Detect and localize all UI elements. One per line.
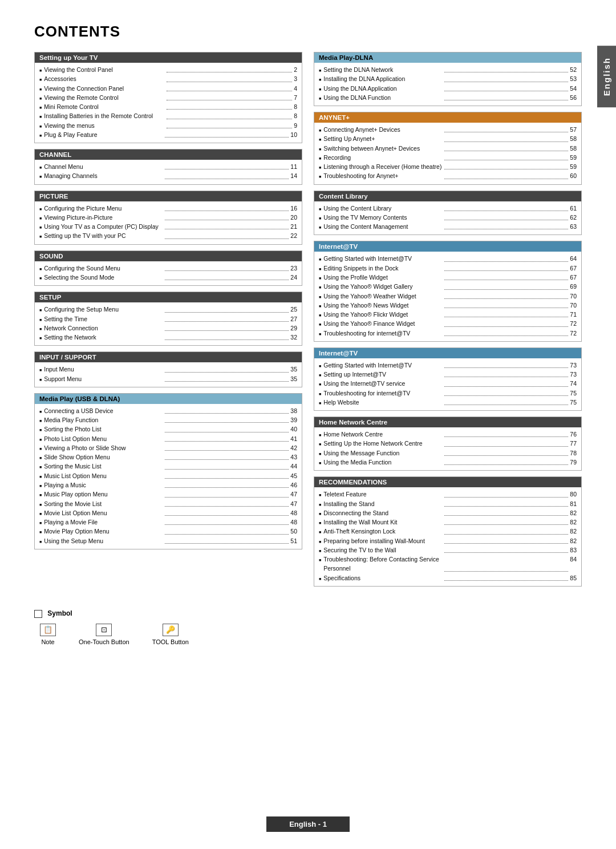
page-number: 80 <box>570 490 577 499</box>
dots <box>444 264 568 271</box>
list-item: Using the Yahoo® News Widget70 <box>319 301 577 310</box>
dots <box>444 171 568 179</box>
list-item: Connecting a USB Device38 <box>39 406 297 415</box>
section-items-6: Connecting a USB Device38Media Play Func… <box>35 404 302 549</box>
page-number: 72 <box>570 319 577 328</box>
page-number: 48 <box>290 508 297 518</box>
symbol-icon-1: ⊡ <box>96 624 112 636</box>
symbol-title: Symbol <box>34 609 582 618</box>
dots <box>165 314 289 322</box>
item-text: Plug & Play Feature <box>39 130 163 139</box>
footer-label: English - 1 <box>266 816 350 832</box>
dots <box>444 458 568 465</box>
dots <box>165 204 289 211</box>
item-text: Viewing a Photo or Slide Show <box>39 443 163 452</box>
item-text: Using the Internet@TV service <box>319 379 443 388</box>
list-item: Movie Play Option Menu50 <box>39 527 297 536</box>
dots <box>165 471 289 479</box>
item-text: Slide Show Option Menu <box>39 452 163 462</box>
content-columns: Setting up Your TVViewing the Control Pa… <box>34 52 582 592</box>
page-number: 75 <box>570 389 577 398</box>
page-number: 74 <box>570 379 577 388</box>
item-text: Installing the DLNA Application <box>319 74 443 83</box>
page-number: 8 <box>294 102 297 111</box>
item-text: Using the DLNA Application <box>319 84 443 93</box>
section-2: Content LibraryUsing the Content Library… <box>314 191 582 236</box>
list-item: Using the Yahoo® Flickr Widget71 <box>319 310 577 319</box>
dots <box>165 213 289 220</box>
item-text: Sorting the Music List <box>39 462 163 471</box>
section-4: Internet@TVGetting Started with Internet… <box>314 347 582 411</box>
dots <box>444 430 568 437</box>
list-item: Accessories3 <box>39 74 297 83</box>
page-number: 58 <box>570 134 577 143</box>
section-1: CHANNELChannel Menu11Managing Channels14 <box>34 149 302 185</box>
item-text: Installing the Wall Mount Kit <box>319 518 443 527</box>
dots <box>165 333 289 340</box>
list-item: Configuring the Sound Menu23 <box>39 264 297 273</box>
item-text: Managing Channels <box>39 171 163 180</box>
symbol-section: Symbol 📋Note⊡One-Touch Button🔑TOOL Butto… <box>34 609 582 645</box>
checkbox-icon <box>34 610 42 618</box>
list-item: Using the Content Library61 <box>319 204 577 213</box>
dots <box>444 273 568 280</box>
section-header-1: CHANNEL <box>35 149 302 160</box>
page-number: 81 <box>570 499 577 508</box>
page-number: 78 <box>570 448 577 458</box>
section-header-2: Content Library <box>314 191 581 201</box>
page-number: 84 <box>570 555 577 573</box>
list-item: Installing the DLNA Application53 <box>319 74 577 83</box>
item-text: Specifications <box>319 573 443 583</box>
dots <box>444 162 568 169</box>
item-text: Mini Remote Control <box>39 102 165 111</box>
page-number: 83 <box>570 545 577 555</box>
item-text: Playing a Music <box>39 480 163 490</box>
item-text: Troubleshooting for Anynet+ <box>319 171 443 180</box>
dots <box>444 84 568 91</box>
list-item: Managing Channels14 <box>39 171 297 180</box>
list-item: Using the Setup Menu51 <box>39 536 297 545</box>
page-number: 16 <box>290 204 297 213</box>
section-items-0: Viewing the Control Panel2Accessories3Vi… <box>35 63 302 143</box>
list-item: Anti-Theft Kensington Lock82 <box>319 527 577 536</box>
item-text: Recording <box>319 153 443 162</box>
list-item: Mini Remote Control8 <box>39 102 297 111</box>
page-number: 70 <box>570 292 577 301</box>
dots <box>167 102 292 110</box>
section-header-5: INPUT / SUPPORT <box>35 352 302 362</box>
section-header-3: SOUND <box>35 251 302 261</box>
section-header-4: Internet@TV <box>314 348 581 358</box>
list-item: Sorting the Movie List47 <box>39 499 297 508</box>
section-header-0: Media Play-DLNA <box>314 52 581 63</box>
list-item: Specifications85 <box>319 573 577 583</box>
page-number: 82 <box>570 536 577 545</box>
page-number: 67 <box>570 264 577 273</box>
page-number: 14 <box>290 171 297 180</box>
item-text: Using the Yahoo® Finance Widget <box>319 319 443 328</box>
page-number: 82 <box>570 508 577 518</box>
item-text: Getting Started with Internet@TV <box>319 361 443 370</box>
list-item: Music Play option Menu47 <box>39 490 297 499</box>
dots <box>165 130 289 138</box>
page-number: 76 <box>570 430 577 439</box>
dots <box>444 527 568 534</box>
symbol-label-0: Note <box>41 638 54 645</box>
item-text: Anti-Theft Kensington Lock <box>319 527 443 536</box>
page-number: 32 <box>290 333 297 342</box>
dots <box>444 398 568 405</box>
page-number: 75 <box>570 398 577 407</box>
list-item: Setting Up Anynet+58 <box>319 134 577 143</box>
list-item: Network Connection29 <box>39 324 297 333</box>
list-item: Preparing before installing Wall-Mount82 <box>319 536 577 545</box>
dots <box>444 573 568 581</box>
item-text: Using the Content Management <box>319 222 443 231</box>
page-number: 57 <box>570 125 577 134</box>
dots <box>444 282 568 289</box>
page-number: 21 <box>290 222 297 231</box>
item-text: Selecting the Sound Mode <box>39 273 163 282</box>
item-text: Setting Up the Home Network Centre <box>319 439 443 448</box>
dots <box>165 171 289 179</box>
dots <box>444 545 568 553</box>
section-0: Media Play-DLNASetting the DLNA Network5… <box>314 52 582 106</box>
page-number: 27 <box>290 314 297 324</box>
